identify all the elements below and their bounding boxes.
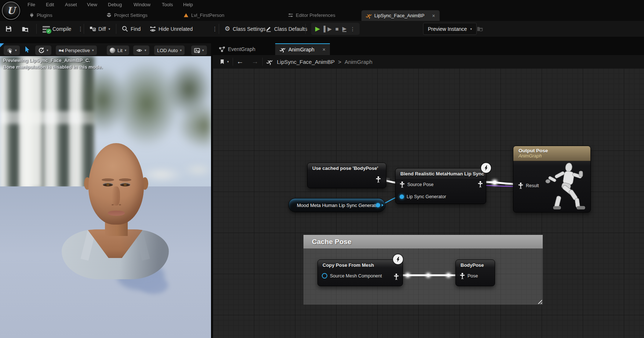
- project-settings-icon: [106, 12, 112, 18]
- transform-mode-button[interactable]: ▾: [4, 46, 20, 55]
- result-input-pin[interactable]: [518, 182, 523, 189]
- rotate-tool-button[interactable]: ▾: [35, 46, 51, 55]
- preview-viewport[interactable]: ▾ ▾ ■◀ Perspective ▾ Lit ▾ ▾: [0, 43, 211, 338]
- menu-file[interactable]: File: [28, 2, 35, 7]
- node-title: Copy Pose From Mesh: [318, 260, 403, 269]
- animgraph-canvas[interactable]: Cache Pose: [213, 68, 644, 338]
- close-icon[interactable]: ×: [432, 13, 435, 19]
- step-forward-button[interactable]: ▌▶: [324, 26, 332, 32]
- chevron-down-icon: ▾: [180, 48, 182, 52]
- character-head: [88, 143, 144, 225]
- node-copy-pose-from-mesh[interactable]: Copy Pose From Mesh Source Mesh Componen…: [317, 259, 403, 286]
- pose-output-pin[interactable]: [376, 176, 381, 183]
- preview-instance-dropdown[interactable]: Preview Instance ▾: [423, 23, 477, 35]
- screenshot-settings-button[interactable]: ▾: [191, 46, 207, 55]
- play-options-button[interactable]: ⋮: [350, 26, 356, 32]
- back-button[interactable]: ←: [237, 58, 244, 66]
- node-use-cached-pose[interactable]: Use cached pose 'BodyPose': [307, 163, 386, 188]
- close-icon[interactable]: ×: [323, 47, 325, 52]
- toolbar-separator: [305, 24, 306, 34]
- play-button[interactable]: ▶: [315, 25, 320, 33]
- menu-tools[interactable]: Tools: [162, 2, 173, 7]
- menu-view[interactable]: View: [87, 2, 97, 7]
- tab-plugins[interactable]: Plugins: [29, 9, 52, 21]
- pose-input-pin[interactable]: [460, 273, 465, 279]
- chevron-down-icon: ▾: [92, 48, 94, 52]
- pin-row: Pose: [456, 271, 495, 281]
- class-settings-button[interactable]: ⚙ Class Settings: [225, 21, 266, 37]
- node-variable-mood-generator[interactable]: Mood Meta Human Lip Sync Generator: [288, 198, 385, 212]
- pin-direction-icon: [382, 204, 383, 207]
- node-title: Output Pose: [519, 148, 585, 153]
- lod-dropdown[interactable]: LOD Auto ▾: [154, 46, 185, 55]
- browse-preview-button[interactable]: [476, 21, 484, 37]
- object-output-pin[interactable]: [376, 203, 380, 207]
- diff-label: Diff: [98, 26, 106, 32]
- tab-label: Editor Preferences: [296, 12, 335, 18]
- unreal-logo-icon[interactable]: U: [2, 1, 20, 20]
- lit-label: Lit: [117, 48, 123, 53]
- pose-input-pin[interactable]: [400, 181, 405, 188]
- blueprint-toolbar: ✓ Compile ⋮ Diff ▾ Find Hide Unrelated ⋮…: [0, 21, 644, 37]
- pin-row: Source Mesh Component: [318, 271, 403, 281]
- tab-level[interactable]: Lvl_FirstPerson: [183, 9, 224, 21]
- hide-unrelated-button[interactable]: Hide Unrelated: [150, 21, 193, 37]
- hide-unrelated-options-button[interactable]: ⋮: [212, 21, 218, 37]
- browse-button[interactable]: [21, 21, 29, 37]
- select-tool-button[interactable]: [24, 46, 30, 53]
- anim-node-function-icon[interactable]: [481, 163, 491, 173]
- show-flags-dropdown[interactable]: ▾: [133, 46, 149, 55]
- menu-bar: U File Edit Asset View Debug Window Tool…: [0, 0, 644, 9]
- skip-to-end-button[interactable]: ▶: [342, 26, 347, 32]
- node-output-pose[interactable]: Output Pose AnimGraph: [513, 146, 591, 212]
- character-torso: [62, 229, 169, 279]
- toolbar-separator: [219, 24, 219, 34]
- save-icon: [5, 25, 12, 32]
- eye: [103, 183, 113, 186]
- menu-asset[interactable]: Asset: [65, 2, 77, 7]
- play-controls: ▶ ▌▶ ■ ▶ ⋮: [311, 23, 360, 35]
- anim-node-function-icon[interactable]: [393, 254, 403, 264]
- compile-options-button[interactable]: ⋮: [78, 21, 84, 37]
- comment-resize-handle[interactable]: [536, 298, 542, 304]
- stop-button[interactable]: ■: [335, 26, 339, 32]
- tab-project-settings[interactable]: Project Settings: [106, 9, 148, 21]
- pin-label: Pose: [467, 273, 478, 279]
- tab-eventgraph[interactable]: EventGraph: [215, 43, 260, 55]
- bone-manipulation-message: Bone manipulation is disabled in this mo…: [3, 64, 103, 70]
- perspective-dropdown[interactable]: ■◀ Perspective ▾: [56, 46, 97, 55]
- perspective-label: Perspective: [65, 48, 90, 53]
- object-input-pin[interactable]: [322, 273, 327, 279]
- lit-mode-dropdown[interactable]: Lit ▾: [107, 46, 129, 55]
- menu-debug[interactable]: Debug: [108, 2, 122, 7]
- node-bodypose-cache[interactable]: BodyPose Pose: [455, 259, 495, 286]
- tab-editor-preferences[interactable]: Editor Preferences: [288, 9, 335, 21]
- breadcrumb-root[interactable]: LipSync_Face_AnimBP: [277, 59, 335, 65]
- chevron-down-icon: ▾: [202, 48, 204, 52]
- menu-help[interactable]: Help: [183, 2, 193, 7]
- select-arrow-icon: [24, 46, 30, 53]
- breadcrumb-separator: >: [338, 59, 341, 65]
- tab-animgraph[interactable]: AnimGraph ×: [275, 43, 330, 55]
- toolbar-separator: [116, 24, 116, 34]
- save-button[interactable]: [5, 21, 12, 37]
- forward-button[interactable]: →: [252, 58, 259, 66]
- menu-edit[interactable]: Edit: [46, 2, 54, 7]
- class-defaults-label: Class Defaults: [274, 26, 307, 32]
- viewport-scene[interactable]: Previewing LipSync_Face_AnimBP_C. Bone m…: [0, 56, 211, 338]
- class-defaults-button[interactable]: Class Defaults: [266, 21, 307, 37]
- pose-output-pin[interactable]: [394, 273, 399, 280]
- toolbar-separator: [84, 24, 84, 34]
- previewing-message: Previewing LipSync_Face_AnimBP_C.: [3, 57, 103, 64]
- find-button[interactable]: Find: [122, 21, 141, 37]
- menu-window[interactable]: Window: [134, 2, 150, 7]
- compile-button[interactable]: ✓ Compile: [43, 21, 71, 37]
- node-blend-metahuman-lipsync[interactable]: Blend Realistic MetaHuman Lip Sync Sourc…: [395, 168, 486, 204]
- bookmarks-dropdown[interactable]: ▾: [219, 59, 229, 65]
- comment-header[interactable]: Cache Pose: [303, 235, 543, 248]
- diff-button[interactable]: Diff ▾: [90, 21, 110, 37]
- object-input-pin[interactable]: [400, 195, 404, 199]
- tab-lipsync-face-animbp[interactable]: LipSync_Face_AnimBP ×: [361, 10, 440, 21]
- editor-preferences-icon: [288, 13, 293, 18]
- pose-output-pin[interactable]: [478, 181, 483, 188]
